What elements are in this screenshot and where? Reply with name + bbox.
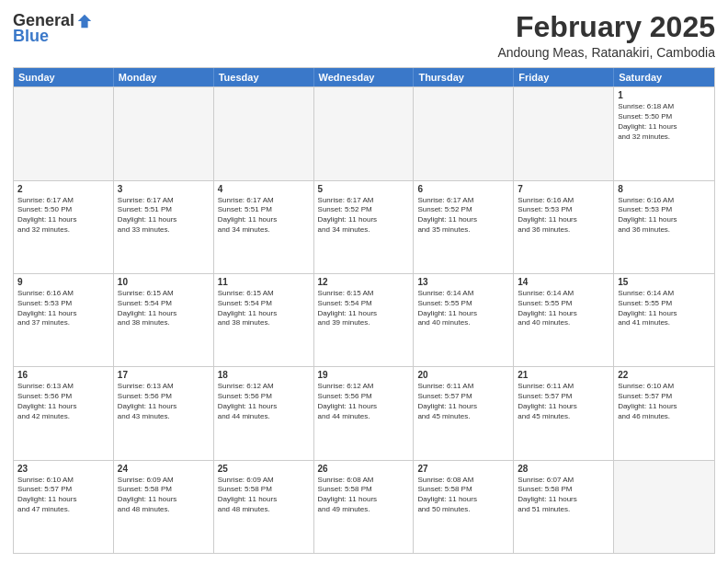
calendar-day-12: 12Sunrise: 6:15 AM Sunset: 5:54 PM Dayli… [314,274,415,366]
day-info: Sunrise: 6:17 AM Sunset: 5:51 PM Dayligh… [118,196,210,236]
calendar-week-5: 23Sunrise: 6:10 AM Sunset: 5:57 PM Dayli… [14,460,714,553]
calendar-day-23: 23Sunrise: 6:10 AM Sunset: 5:57 PM Dayli… [14,461,114,553]
day-info: Sunrise: 6:15 AM Sunset: 5:54 PM Dayligh… [118,289,210,328]
weekday-header-sunday: Sunday [14,68,114,86]
day-number: 21 [518,370,609,380]
day-number: 18 [218,370,310,380]
weekday-header-monday: Monday [114,68,214,86]
day-number: 20 [417,370,509,380]
calendar-day-21: 21Sunrise: 6:11 AM Sunset: 5:57 PM Dayli… [514,367,614,459]
calendar: SundayMondayTuesdayWednesdayThursdayFrid… [13,67,715,554]
calendar-day-empty [514,87,614,179]
day-info: Sunrise: 6:17 AM Sunset: 5:51 PM Dayligh… [218,196,310,236]
day-number: 16 [17,370,109,380]
calendar-day-28: 28Sunrise: 6:07 AM Sunset: 5:58 PM Dayli… [514,461,614,553]
day-number: 10 [118,277,210,287]
day-info: Sunrise: 6:12 AM Sunset: 5:56 PM Dayligh… [318,382,410,421]
logo: General Blue [13,11,93,46]
calendar-day-24: 24Sunrise: 6:09 AM Sunset: 5:58 PM Dayli… [114,461,214,553]
calendar-day-8: 8Sunrise: 6:16 AM Sunset: 5:53 PM Daylig… [614,181,714,273]
weekday-header-friday: Friday [514,68,614,86]
calendar-day-empty [614,461,714,553]
day-number: 3 [118,184,210,194]
title-block: February 2025 Andoung Meas, Ratanakiri, … [497,11,715,60]
calendar-day-17: 17Sunrise: 6:13 AM Sunset: 5:56 PM Dayli… [114,367,214,459]
page: General Blue February 2025 Andoung Meas,… [0,0,728,563]
calendar-day-empty [314,87,415,179]
day-number: 22 [618,370,711,380]
calendar-day-2: 2Sunrise: 6:17 AM Sunset: 5:50 PM Daylig… [14,181,114,273]
day-number: 14 [518,277,609,287]
day-info: Sunrise: 6:16 AM Sunset: 5:53 PM Dayligh… [17,289,109,328]
calendar-day-16: 16Sunrise: 6:13 AM Sunset: 5:56 PM Dayli… [14,367,114,459]
day-info: Sunrise: 6:10 AM Sunset: 5:57 PM Dayligh… [17,476,109,515]
calendar-day-4: 4Sunrise: 6:17 AM Sunset: 5:51 PM Daylig… [214,181,314,273]
calendar-day-empty [214,87,314,179]
day-number: 15 [618,277,711,287]
day-info: Sunrise: 6:11 AM Sunset: 5:57 PM Dayligh… [518,382,609,421]
month-title: February 2025 [497,11,715,43]
calendar-week-2: 2Sunrise: 6:17 AM Sunset: 5:50 PM Daylig… [14,180,714,273]
weekday-header-wednesday: Wednesday [314,68,415,86]
calendar-day-25: 25Sunrise: 6:09 AM Sunset: 5:58 PM Dayli… [214,461,314,553]
calendar-week-3: 9Sunrise: 6:16 AM Sunset: 5:53 PM Daylig… [14,273,714,366]
day-info: Sunrise: 6:18 AM Sunset: 5:50 PM Dayligh… [618,102,711,142]
day-number: 23 [17,464,109,474]
calendar-day-11: 11Sunrise: 6:15 AM Sunset: 5:54 PM Dayli… [214,274,314,366]
header: General Blue February 2025 Andoung Meas,… [13,11,715,60]
day-info: Sunrise: 6:09 AM Sunset: 5:58 PM Dayligh… [118,476,210,515]
day-info: Sunrise: 6:10 AM Sunset: 5:57 PM Dayligh… [618,382,711,421]
day-number: 25 [218,464,310,474]
day-number: 6 [417,184,509,194]
calendar-day-empty [414,87,514,179]
day-info: Sunrise: 6:11 AM Sunset: 5:57 PM Dayligh… [417,382,509,421]
day-number: 1 [618,90,711,100]
svg-marker-0 [78,14,91,27]
day-number: 9 [17,277,109,287]
day-info: Sunrise: 6:16 AM Sunset: 5:53 PM Dayligh… [518,196,609,236]
calendar-day-empty [114,87,214,179]
calendar-day-5: 5Sunrise: 6:17 AM Sunset: 5:52 PM Daylig… [314,181,415,273]
calendar-day-26: 26Sunrise: 6:08 AM Sunset: 5:58 PM Dayli… [314,461,415,553]
day-info: Sunrise: 6:17 AM Sunset: 5:52 PM Dayligh… [417,196,509,236]
day-number: 4 [218,184,310,194]
day-number: 27 [417,464,509,474]
weekday-header-saturday: Saturday [614,68,714,86]
day-info: Sunrise: 6:07 AM Sunset: 5:58 PM Dayligh… [518,476,609,515]
calendar-day-9: 9Sunrise: 6:16 AM Sunset: 5:53 PM Daylig… [14,274,114,366]
calendar-day-22: 22Sunrise: 6:10 AM Sunset: 5:57 PM Dayli… [614,367,714,459]
calendar-day-27: 27Sunrise: 6:08 AM Sunset: 5:58 PM Dayli… [414,461,514,553]
calendar-body: 1Sunrise: 6:18 AM Sunset: 5:50 PM Daylig… [14,86,714,553]
day-info: Sunrise: 6:14 AM Sunset: 5:55 PM Dayligh… [518,289,609,328]
calendar-day-15: 15Sunrise: 6:14 AM Sunset: 5:55 PM Dayli… [614,274,714,366]
location: Andoung Meas, Ratanakiri, Cambodia [497,45,715,60]
day-number: 11 [218,277,310,287]
calendar-day-6: 6Sunrise: 6:17 AM Sunset: 5:52 PM Daylig… [414,181,514,273]
calendar-day-empty [14,87,114,179]
day-info: Sunrise: 6:08 AM Sunset: 5:58 PM Dayligh… [318,476,410,515]
calendar-day-1: 1Sunrise: 6:18 AM Sunset: 5:50 PM Daylig… [614,87,714,179]
day-info: Sunrise: 6:17 AM Sunset: 5:52 PM Dayligh… [318,196,410,236]
day-number: 7 [518,184,609,194]
calendar-day-13: 13Sunrise: 6:14 AM Sunset: 5:55 PM Dayli… [414,274,514,366]
calendar-week-1: 1Sunrise: 6:18 AM Sunset: 5:50 PM Daylig… [14,86,714,179]
day-number: 24 [118,464,210,474]
day-info: Sunrise: 6:15 AM Sunset: 5:54 PM Dayligh… [218,289,310,328]
weekday-header-tuesday: Tuesday [214,68,314,86]
day-info: Sunrise: 6:15 AM Sunset: 5:54 PM Dayligh… [318,289,410,328]
weekday-header-thursday: Thursday [414,68,514,86]
day-info: Sunrise: 6:13 AM Sunset: 5:56 PM Dayligh… [118,382,210,421]
logo-blue-text: Blue [13,27,49,45]
calendar-day-20: 20Sunrise: 6:11 AM Sunset: 5:57 PM Dayli… [414,367,514,459]
day-info: Sunrise: 6:08 AM Sunset: 5:58 PM Dayligh… [417,476,509,515]
day-number: 17 [118,370,210,380]
calendar-header: SundayMondayTuesdayWednesdayThursdayFrid… [14,68,714,86]
day-info: Sunrise: 6:14 AM Sunset: 5:55 PM Dayligh… [417,289,509,328]
day-info: Sunrise: 6:13 AM Sunset: 5:56 PM Dayligh… [17,382,109,421]
calendar-day-7: 7Sunrise: 6:16 AM Sunset: 5:53 PM Daylig… [514,181,614,273]
day-info: Sunrise: 6:14 AM Sunset: 5:55 PM Dayligh… [618,289,711,328]
day-number: 5 [318,184,410,194]
calendar-day-18: 18Sunrise: 6:12 AM Sunset: 5:56 PM Dayli… [214,367,314,459]
day-info: Sunrise: 6:12 AM Sunset: 5:56 PM Dayligh… [218,382,310,421]
calendar-day-10: 10Sunrise: 6:15 AM Sunset: 5:54 PM Dayli… [114,274,214,366]
